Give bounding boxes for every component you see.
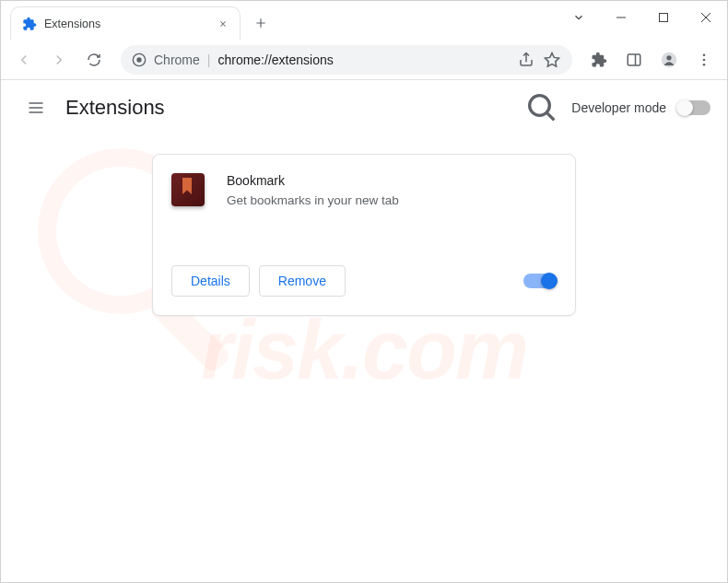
extension-name: Bookmark [227, 173, 399, 188]
tab-search-button[interactable] [558, 1, 600, 34]
extension-description: Get bookmarks in your new tab [227, 193, 399, 207]
bookmark-extension-icon [171, 173, 205, 206]
share-icon[interactable] [517, 51, 535, 69]
extensions-icon[interactable] [583, 44, 615, 76]
forward-button[interactable] [43, 44, 75, 76]
svg-point-10 [530, 96, 550, 116]
back-button[interactable] [8, 44, 40, 76]
extension-enable-toggle[interactable] [523, 274, 557, 288]
extension-card-top: Bookmark Get bookmarks in your new tab [171, 173, 557, 210]
omnibox-url: chrome://extensions [217, 52, 510, 67]
omnibox-prefix: Chrome [154, 52, 200, 67]
remove-button[interactable]: Remove [259, 265, 346, 297]
minimize-button[interactable] [600, 1, 642, 34]
developer-mode-toggle[interactable] [677, 100, 710, 115]
svg-point-6 [666, 55, 671, 60]
address-bar[interactable]: Chrome | chrome://extensions [121, 45, 572, 75]
extension-info: Bookmark Get bookmarks in your new tab [227, 173, 399, 210]
maximize-button[interactable] [642, 1, 685, 34]
browser-tab[interactable]: Extensions [10, 6, 241, 40]
window-titlebar: Extensions [1, 1, 727, 40]
menu-kebab-icon[interactable] [688, 44, 720, 76]
new-tab-button[interactable] [248, 10, 274, 36]
page-title: Extensions [65, 96, 165, 120]
extension-card-actions: Details Remove [171, 265, 557, 297]
details-button[interactable]: Details [171, 265, 250, 297]
window-controls [558, 1, 727, 34]
extensions-content: Bookmark Get bookmarks in your new tab D… [1, 135, 727, 334]
svg-point-2 [136, 57, 141, 62]
svg-point-8 [703, 58, 706, 61]
developer-mode-label: Developer mode [571, 100, 666, 115]
omnibox-separator: | [207, 52, 211, 67]
extension-puzzle-icon [22, 17, 37, 31]
reload-button[interactable] [78, 44, 110, 76]
extensions-page-header: Extensions Developer mode [1, 80, 727, 135]
close-window-button[interactable] [685, 1, 727, 34]
search-button[interactable] [523, 89, 560, 126]
svg-rect-3 [628, 54, 640, 65]
header-right: Developer mode [523, 89, 710, 126]
extension-card: Bookmark Get bookmarks in your new tab D… [152, 154, 576, 316]
tab-title: Extensions [44, 17, 216, 30]
bookmark-star-icon[interactable] [543, 51, 561, 69]
extension-icon-container [171, 173, 208, 210]
browser-toolbar: Chrome | chrome://extensions [1, 40, 727, 80]
extension-toggle-container [523, 274, 557, 288]
svg-point-9 [703, 63, 706, 65]
svg-rect-0 [660, 14, 668, 22]
chrome-logo-icon [132, 52, 147, 67]
profile-avatar-icon[interactable] [653, 44, 685, 76]
hamburger-menu-button[interactable] [18, 89, 54, 126]
sidepanel-icon[interactable] [618, 44, 650, 76]
svg-point-7 [703, 53, 706, 56]
tab-close-button[interactable] [216, 17, 230, 31]
